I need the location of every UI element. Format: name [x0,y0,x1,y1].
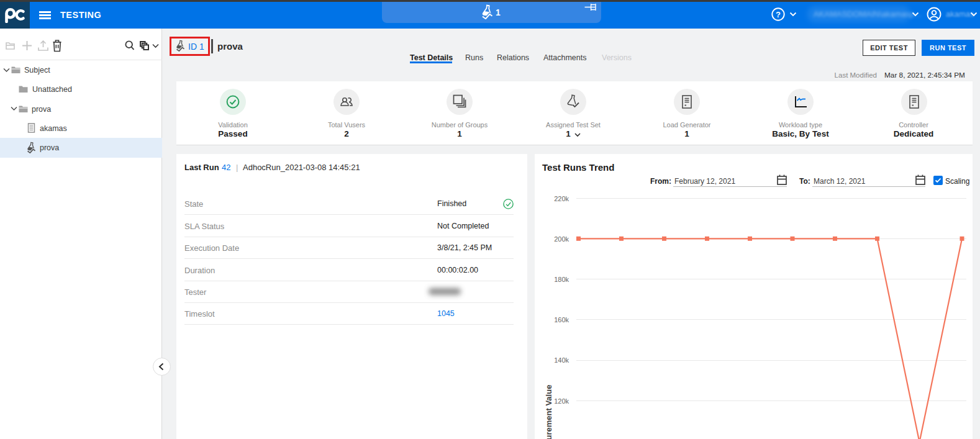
svg-text:?: ? [776,10,781,19]
